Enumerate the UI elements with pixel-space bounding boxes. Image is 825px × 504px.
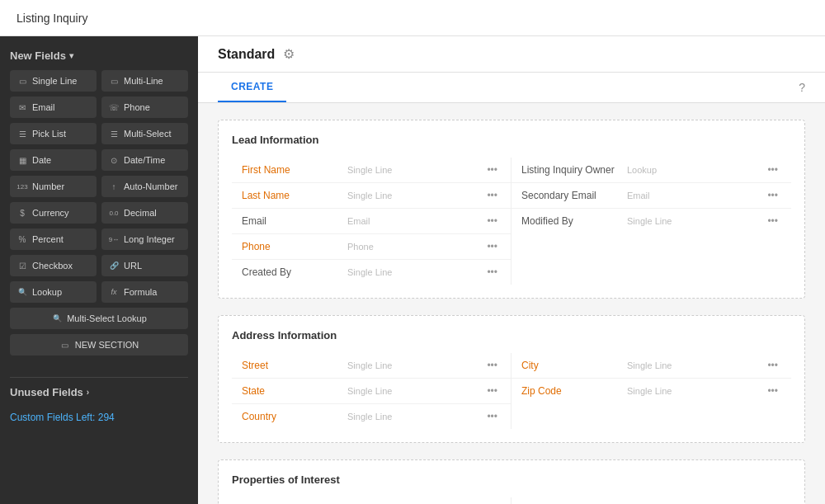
lead-fields-columns: First Name Single Line ••• Last Name Sin… [232, 158, 791, 285]
field-multi-line[interactable]: ▭ Multi-Line [101, 70, 188, 92]
lead-right-column: Listing Inquiry Owner Lookup ••• Seconda… [512, 158, 791, 285]
field-label-country: Country [242, 411, 341, 422]
tab-create[interactable]: CREATE [218, 73, 286, 102]
field-number-label: Number [32, 181, 64, 191]
field-type-secondary-email: Email [627, 191, 757, 200]
field-menu-last-name[interactable]: ••• [483, 190, 501, 201]
custom-fields-left: Custom Fields Left: 294 [10, 412, 188, 423]
field-menu-city[interactable]: ••• [764, 360, 781, 371]
field-checkbox[interactable]: ☑ Checkbox [10, 255, 97, 276]
field-label-zip: Zip Code [521, 385, 620, 397]
field-datetime[interactable]: ⊙ Date/Time [101, 149, 188, 171]
field-label-listing-owner: Listing Inquiry Owner [521, 164, 620, 176]
field-phone[interactable]: ☏ Phone [101, 97, 188, 118]
field-phone-label: Phone [124, 102, 150, 112]
field-label-first-name: First Name [242, 164, 341, 176]
field-formula[interactable]: fx Formula [101, 281, 188, 303]
field-single-line[interactable]: ▭ Single Line [10, 70, 97, 92]
field-type-modified-by: Single Line [627, 216, 757, 226]
field-percent[interactable]: % Percent [10, 228, 97, 250]
field-lookup-label: Lookup [32, 287, 62, 297]
field-multi-select-lookup[interactable]: 🔍 Multi-Select Lookup [10, 308, 188, 329]
field-label-phone: Phone [242, 241, 341, 252]
fields-grid: ▭ Single Line ▭ Multi-Line ✉ Email ☏ Pho… [10, 70, 188, 356]
section-address-information: Address Information Street Single Line •… [218, 315, 805, 443]
lookup-icon: 🔍 [16, 286, 28, 298]
decimal-icon: 0.0 [108, 207, 120, 219]
field-menu-first-name[interactable]: ••• [483, 164, 501, 176]
gear-icon[interactable]: ⚙ [283, 46, 295, 62]
field-menu-modified-by[interactable]: ••• [764, 215, 781, 227]
section-address-title: Address Information [232, 329, 791, 341]
field-auto-number[interactable]: ↑ Auto-Number [101, 176, 188, 197]
sidebar: New Fields ▾ ▭ Single Line ▭ Multi-Line … [0, 36, 198, 504]
section-lead-title: Lead Information [232, 134, 791, 146]
new-fields-label: New Fields [10, 49, 66, 62]
field-email[interactable]: ✉ Email [10, 97, 97, 118]
field-type-state: Single Line [347, 386, 477, 396]
field-multi-select-lookup-label: Multi-Select Lookup [67, 313, 147, 323]
currency-icon: $ [16, 207, 28, 219]
formula-icon: fx [108, 286, 120, 298]
table-row: Country Single Line ••• [232, 404, 511, 429]
field-pick-list-label: Pick List [32, 129, 66, 139]
field-label-secondary-email: Secondary Email [521, 190, 620, 201]
field-percent-label: Percent [32, 234, 64, 244]
field-checkbox-label: Checkbox [32, 261, 73, 271]
properties-left-column: Type of Property Option 1 ▾ ••• Site Vis… [232, 497, 512, 504]
unused-fields-toggle[interactable]: Unused Fields › [10, 386, 188, 398]
field-currency[interactable]: $ Currency [10, 202, 97, 224]
new-fields-toggle[interactable]: New Fields ▾ [10, 49, 188, 62]
field-type-listing-owner: Lookup [627, 165, 757, 175]
table-row: Zip Code Single Line ••• [512, 379, 791, 403]
table-row: Last Name Single Line ••• [232, 183, 511, 209]
auto-number-icon: ↑ [108, 181, 120, 192]
field-currency-label: Currency [32, 208, 69, 218]
field-number[interactable]: 123 Number [10, 176, 97, 197]
field-lookup[interactable]: 🔍 Lookup [10, 281, 97, 303]
field-menu-secondary-email[interactable]: ••• [764, 190, 781, 201]
field-label-street: Street [242, 360, 341, 371]
field-menu-listing-owner[interactable]: ••• [764, 164, 781, 176]
field-pick-list[interactable]: ☰ Pick List [10, 123, 97, 144]
table-row: Modified By Single Line ••• [512, 209, 791, 233]
date-icon: ▦ [16, 154, 28, 166]
section-lead-information: Lead Information First Name Single Line … [218, 120, 805, 299]
field-date[interactable]: ▦ Date [10, 149, 97, 171]
field-long-integer-label: Long Integer [124, 234, 175, 244]
help-icon[interactable]: ? [799, 73, 805, 102]
app-title: Listing Inquiry [16, 12, 87, 25]
table-row: State Single Line ••• [232, 379, 511, 404]
datetime-icon: ⊙ [108, 154, 120, 166]
field-menu-street[interactable]: ••• [483, 360, 501, 371]
field-menu-email[interactable]: ••• [483, 215, 501, 227]
multi-line-icon: ▭ [108, 75, 120, 87]
field-new-section[interactable]: ▭ NEW SECTION [10, 334, 188, 356]
percent-icon: % [16, 233, 28, 245]
field-type-country: Single Line [347, 412, 477, 422]
email-icon: ✉ [16, 101, 28, 113]
field-url[interactable]: 🔗 URL [101, 255, 188, 276]
field-menu-zip[interactable]: ••• [764, 385, 781, 397]
field-decimal[interactable]: 0.0 Decimal [101, 202, 188, 224]
field-menu-phone[interactable]: ••• [483, 241, 501, 252]
field-menu-created-by[interactable]: ••• [483, 266, 501, 278]
main-layout: New Fields ▾ ▭ Single Line ▭ Multi-Line … [0, 36, 825, 504]
table-row: Budget Option 1 ▾ ••• [512, 497, 791, 504]
field-menu-state[interactable]: ••• [483, 385, 501, 397]
content-area: Standard ⚙ CREATE ? Lead Information Fir… [198, 36, 825, 504]
field-long-integer[interactable]: 9↔ Long Integer [101, 228, 188, 250]
field-label-last-name: Last Name [242, 190, 341, 201]
field-label-modified-by: Modified By [521, 215, 620, 227]
field-type-street: Single Line [347, 360, 477, 370]
tabs-bar: CREATE ? [198, 73, 825, 103]
chevron-right-icon: › [87, 388, 89, 397]
address-right-column: City Single Line ••• Zip Code Single Lin… [512, 353, 791, 429]
unused-fields-label: Unused Fields [10, 386, 83, 398]
content-body: Lead Information First Name Single Line … [198, 103, 825, 504]
single-line-icon: ▭ [16, 75, 28, 87]
number-icon: 123 [16, 181, 28, 192]
field-email-label: Email [32, 102, 55, 112]
field-menu-country[interactable]: ••• [483, 411, 501, 422]
field-multi-select[interactable]: ☰ Multi-Select [101, 123, 188, 144]
